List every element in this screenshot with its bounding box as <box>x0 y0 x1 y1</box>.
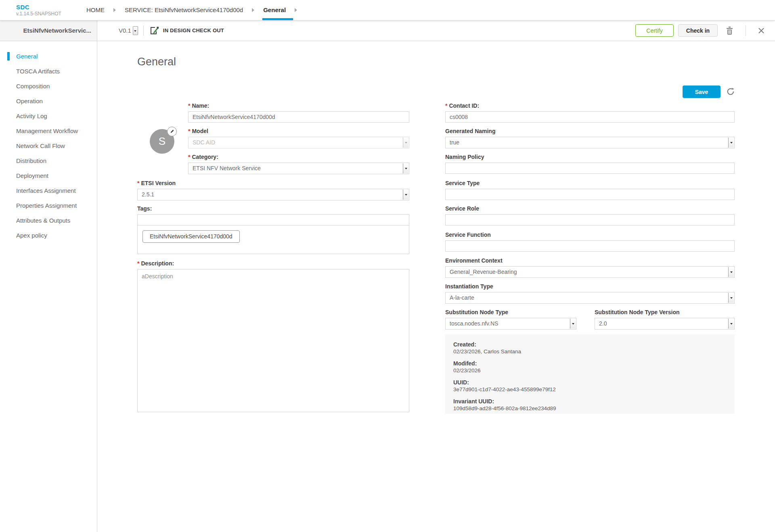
sidebar: General TOSCA Artifacts Composition Oper… <box>0 41 97 532</box>
dropdown-arrow-icon <box>570 319 576 329</box>
sdc-logo-title: SDC <box>16 4 77 10</box>
service-role-field-group: Service Role <box>445 205 735 225</box>
environment-context-select[interactable]: General_Revenue-Bearing <box>445 266 735 278</box>
breadcrumb-service[interactable]: SERVICE: EtsiNfvNetworkService4170d00d <box>125 0 243 20</box>
sidebar-item-deployment[interactable]: Deployment <box>0 168 97 183</box>
name-label: *Name: <box>188 102 409 109</box>
substitution-node-type-version-select-value: 2.0 <box>599 320 607 327</box>
etsi-version-select-value: 2.5.1 <box>142 191 154 198</box>
name-field-group: *Name: <box>188 102 409 123</box>
close-icon[interactable] <box>758 27 765 34</box>
breadcrumb: HOME SERVICE: EtsiNfvNetworkService4170d… <box>86 0 306 20</box>
sidebar-item-tosca-artifacts[interactable]: TOSCA Artifacts <box>0 64 97 79</box>
version-dropdown-arrow-icon[interactable] <box>133 26 138 35</box>
description-field-group: *Description: aDescription <box>137 260 409 414</box>
main-content: General Save S *Name: *Model SDC AID *Ca… <box>97 41 775 532</box>
service-function-input[interactable] <box>445 240 735 252</box>
dropdown-arrow-icon <box>728 319 734 329</box>
substitution-node-type-select[interactable]: tosca.nodes.nfv.NS <box>445 318 576 330</box>
breadcrumb-general[interactable]: General <box>263 0 286 20</box>
page-title: General <box>137 56 176 68</box>
name-input[interactable] <box>188 111 409 123</box>
substitution-node-type-field-group: Substitution Node Type tosca.nodes.nfv.N… <box>445 309 576 330</box>
dropdown-arrow-icon <box>403 190 408 200</box>
top-header: SDC v.1.14.5-SNAPSHOT HOME SERVICE: Etsi… <box>0 0 775 20</box>
substitution-node-type-select-value: tosca.nodes.nfv.NS <box>450 320 498 327</box>
uuid-label: UUID: <box>453 379 727 386</box>
service-role-input[interactable] <box>445 214 735 225</box>
edit-avatar-icon[interactable] <box>167 127 177 136</box>
dropdown-arrow-icon <box>728 293 734 303</box>
contact-id-label: *Contact ID: <box>445 102 735 109</box>
sidebar-item-properties-assignment[interactable]: Properties Assignment <box>0 198 97 213</box>
version-select[interactable]: V0.1 <box>119 26 138 35</box>
avatar-letter: S <box>159 135 165 148</box>
checkin-button[interactable]: Check in <box>678 24 718 37</box>
service-function-field-group: Service Function <box>445 232 735 252</box>
sidebar-item-composition[interactable]: Composition <box>0 79 97 94</box>
service-function-label: Service Function <box>445 232 735 238</box>
save-button[interactable]: Save <box>683 86 721 98</box>
entity-title: EtsiNfvNetworkServic... <box>0 20 97 41</box>
required-marker: * <box>188 154 190 160</box>
contact-id-field-group: *Contact ID: <box>445 102 735 123</box>
sdc-logo[interactable]: SDC v.1.14.5-SNAPSHOT <box>16 4 77 17</box>
instantiation-type-select[interactable]: A-la-carte <box>445 292 735 304</box>
uuid-value: 3e77d901-c1d7-4022-ae43-455899e79f12 <box>453 386 727 393</box>
refresh-icon[interactable] <box>726 87 735 96</box>
etsi-version-field-group: *ETSI Version 2.5.1 <box>137 180 409 200</box>
environment-context-select-value: General_Revenue-Bearing <box>450 269 517 275</box>
instantiation-type-select-value: A-la-carte <box>450 294 474 301</box>
generated-naming-field-group: Generated Naming true <box>445 128 735 148</box>
checkout-pencil-icon <box>149 26 159 35</box>
delete-icon[interactable] <box>726 26 733 35</box>
avatar[interactable]: S <box>150 129 174 154</box>
sidebar-item-operation[interactable]: Operation <box>0 94 97 108</box>
naming-policy-input[interactable] <box>445 163 735 174</box>
category-select[interactable]: ETSI NFV Network Service <box>188 163 409 174</box>
sidebar-item-apex-policy[interactable]: Apex policy <box>0 228 97 243</box>
contact-id-input[interactable] <box>445 111 735 123</box>
sidebar-item-management-workflow[interactable]: Management Workflow <box>0 123 97 138</box>
tags-container: EtsiNfvNetworkService4170d00d <box>137 225 409 254</box>
description-textarea[interactable]: aDescription <box>137 269 409 412</box>
category-field-group: *Category: ETSI NFV Network Service <box>188 154 409 174</box>
dropdown-arrow-icon <box>728 138 734 148</box>
substitution-node-type-version-field-group: Substitution Node Type Version 2.0 <box>595 309 735 330</box>
sidebar-item-general[interactable]: General <box>0 49 97 64</box>
entity-toolbar: EtsiNfvNetworkServic... V0.1 IN DESIGN C… <box>0 20 775 41</box>
generated-naming-label: Generated Naming <box>445 128 735 134</box>
generated-naming-select-value: true <box>450 139 459 146</box>
category-label: *Category: <box>188 154 409 160</box>
substitution-node-type-version-label: Substitution Node Type Version <box>595 309 735 315</box>
model-select: SDC AID <box>188 137 409 148</box>
service-type-field-group: Service Type <box>445 180 735 200</box>
breadcrumb-home[interactable]: HOME <box>86 0 105 20</box>
breadcrumb-chevron-icon <box>113 8 116 12</box>
sidebar-item-network-call-flow[interactable]: Network Call Flow <box>0 138 97 153</box>
invariant-uuid-value: 109d58d9-ad28-4f56-802a-9812ee234d89 <box>453 405 727 412</box>
required-marker: * <box>445 102 447 109</box>
metadata-info-box: Created: 02/23/2026, Carlos Santana Modi… <box>445 334 735 414</box>
sidebar-item-activity-log[interactable]: Activity Log <box>0 108 97 123</box>
etsi-version-select[interactable]: 2.5.1 <box>137 189 409 200</box>
sidebar-item-distribution[interactable]: Distribution <box>0 153 97 168</box>
environment-context-field-group: Environment Context General_Revenue-Bear… <box>445 257 735 278</box>
service-type-label: Service Type <box>445 180 735 186</box>
sidebar-item-interfaces-assignment[interactable]: Interfaces Assignment <box>0 183 97 198</box>
service-role-label: Service Role <box>445 205 735 212</box>
sdc-version-label: v.1.14.5-SNAPSHOT <box>16 11 77 17</box>
naming-policy-field-group: Naming Policy <box>445 154 735 174</box>
sidebar-item-attributes-outputs[interactable]: Attributes & Outputs <box>0 213 97 228</box>
version-value: V0.1 <box>119 27 131 34</box>
instantiation-type-label: Instantiation Type <box>445 283 735 290</box>
tag-chip[interactable]: EtsiNfvNetworkService4170d00d <box>142 230 240 243</box>
tags-input[interactable] <box>137 214 409 225</box>
certify-button[interactable]: Certify <box>635 24 674 37</box>
required-marker: * <box>188 128 190 134</box>
naming-policy-label: Naming Policy <box>445 154 735 160</box>
service-type-input[interactable] <box>445 189 735 200</box>
modified-label: Modifed: <box>453 360 727 367</box>
substitution-node-type-version-select[interactable]: 2.0 <box>595 318 735 330</box>
generated-naming-select[interactable]: true <box>445 137 735 148</box>
